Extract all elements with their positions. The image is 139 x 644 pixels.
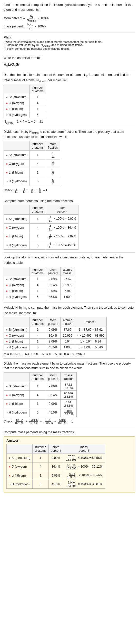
table-row: O (oxygen) 4 411 × 100% = 36.4% [4,223,78,232]
section6-col-n: numberof atoms [29,373,46,382]
section5-col-pct: atompercent [46,317,60,327]
mass-percent-line: mass percent = Nimi m × 100% [4,23,135,30]
o-mass-5: 15.999 [61,333,75,338]
li-pct-3: 111 × 100% = 9.09% [46,232,78,241]
atom-percent-times: × 100% [38,15,49,21]
h-dot-7 [9,482,12,486]
mass-percent-fraction: Nimi m [27,23,34,30]
h-frac-6: 5.040163.596 [61,408,77,417]
section6-col-frac: massfraction [61,373,77,382]
mass-percent-times: × 100% [35,24,46,29]
table-row: Sr (strontium) 1 9.09% 87.62163.596 [4,382,77,391]
intro-section: Find the elemental composition for lithi… [4,3,135,30]
intro-title: Find the elemental composition for lithi… [4,3,135,12]
li-pct-4: 9.09% [46,288,60,294]
o-n-6: 4 [29,391,46,399]
h-dot-2 [6,179,9,183]
li-element-6: Li (lithium) [4,399,30,408]
plan-item-1: • Write the chemical formula and gather … [4,40,135,43]
h-n-7: 5 [32,480,48,489]
h-pct-5: 45.5% [46,344,60,350]
sr-frac-2: 111 [46,150,60,159]
section4-label: Look up the atomic mass, mi, in unified … [4,255,135,265]
h-element-4: H (hydrogen) [4,294,30,300]
section6-table: numberof atoms atompercent massfraction … [4,372,77,417]
table-row: Li (lithium) 1 9.09% 6.94163.596 [4,399,77,408]
h-pct-4: 45.5% [46,294,60,300]
li-dot-6 [6,402,9,406]
o-pct-3: 411 × 100% = 36.4% [46,223,78,232]
section6-col-element [4,373,30,382]
table-row: O (oxygen) 4 [4,100,46,106]
table-row: O (oxygen) 4 411 [4,159,60,168]
section7-col-n: numberof atoms [32,444,48,454]
h-element-3: H (hydrogen) [4,241,30,250]
sr-pct-3: 111 × 100% = 9.09% [46,215,78,223]
h-masscalc-5: 5 × 1.008 = 5.040 [75,344,106,350]
section5-table: numberof atoms atompercent atomicmass/u … [4,317,107,350]
li-dot-5 [6,340,9,343]
table-row: Sr (strontium) 1 9.09% 87.62 1 × 87.62 =… [4,327,107,333]
section7-col-pct: atompercent [48,444,63,454]
section4: Look up the atomic mass, mi, in unified … [4,255,135,300]
section2: Divide each Ni by Natoms to calculate at… [4,129,135,193]
sr-element-7: Sr (strontium) [7,454,33,462]
section6-label: Divide the mass for each element by m to… [4,361,135,371]
sr-dot-3 [6,217,9,221]
sr-dot-5 [6,328,9,331]
sr-dot-2 [6,153,9,157]
sr-dot-7 [9,456,12,460]
section4-col-element [4,267,30,276]
section4-col-pct: atompercent [46,267,60,276]
li-n-2: 1 [29,168,46,177]
o-mpct-7: 63.996163.596 × 100% = 39.12% [63,462,105,471]
o-n-4: 4 [29,282,46,288]
li-dot [6,107,9,111]
section1-col-element [4,85,30,94]
o-pct-5: 36.4% [46,333,60,338]
o-element-5: O (oxygen) [4,333,30,338]
o-n-5: 4 [29,333,46,338]
o-dot-5 [6,334,9,337]
section5-col-masscalc: mass/u [75,317,106,327]
section5-label: Multiply Ni by mi to compute the mass fo… [4,305,135,315]
sr-dot-4 [6,277,9,281]
chemical-formula-section: Write the chemical formula: H5LiO4Sr [4,56,135,67]
li-element-7: Li (lithium) [7,471,33,480]
o-pct-4: 36.4% [46,282,60,288]
sr-element-1: Sr (strontium) [4,94,30,100]
h-mpct-7: 5.040163.596 × 100% = 3.081% [63,480,105,489]
divider-2 [4,53,135,53]
h-element-5: H (hydrogen) [4,344,30,350]
table-row: H (hydrogen) 5 [4,112,46,118]
sr-n-5: 1 [29,327,46,333]
section7: Compute mass percents using the mass fra… [4,430,135,493]
h-element-2: H (hydrogen) [4,177,30,186]
table-row: Li (lithium) 1 9.09% 6.94163.596 × 100% … [7,471,105,480]
h-dot-4 [6,295,9,299]
atom-percent-line: atom percent = Ni Natoms × 100% [4,14,135,22]
table-row: Li (lithium) 1 9.09% 6.94 [4,288,75,294]
o-element-1: O (oxygen) [4,100,30,106]
o-element-6: O (oxygen) [4,391,30,399]
section2-check: Check: 111 + 411 + 111 + 511 = 1 [4,187,135,193]
section4-table: numberof atoms atompercent atomicmass/u … [4,267,75,300]
h-mass-4: 1.008 [61,294,75,300]
o-n-7: 4 [32,462,48,471]
table-row: H (hydrogen) 5 45.5% 1.008 [4,294,75,300]
table-row: Sr (strontium) 1 [4,94,46,100]
o-n-2: 4 [29,159,46,168]
divider-9 [4,427,135,427]
sr-pct-7: 9.09% [48,454,63,462]
li-frac-2: 111 [46,168,60,177]
table-row: Sr (strontium) 1 111 [4,150,60,159]
section7-col-element [7,444,33,454]
sr-element-6: Sr (strontium) [4,382,30,391]
o-n-1: 4 [29,100,46,106]
h-dot-6 [6,411,9,414]
sr-pct-6: 9.09% [46,382,60,391]
table-row: Sr (strontium) 1 9.09% 87.62163.596 × 10… [7,454,105,462]
o-frac-2: 411 [46,159,60,168]
li-n-6: 1 [29,399,46,408]
section3-label: Compute atom percents using the atom fra… [4,199,135,204]
